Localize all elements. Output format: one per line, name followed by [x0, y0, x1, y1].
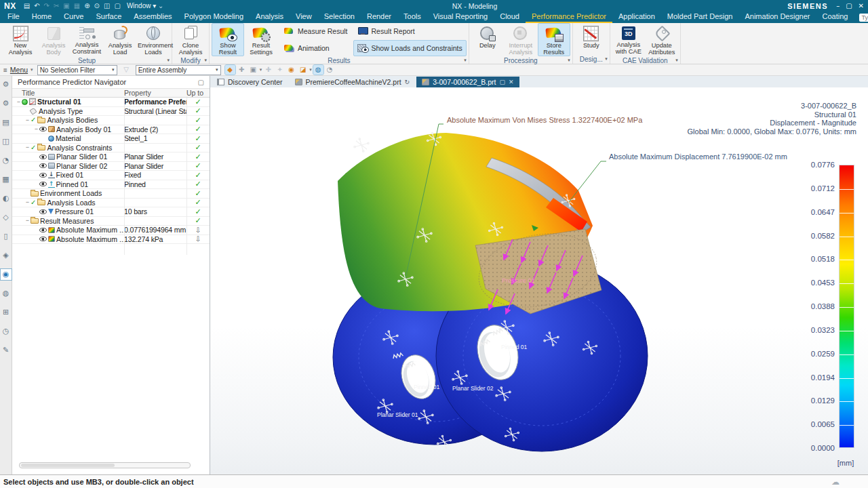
tab-cloud[interactable]: Cloud [494, 12, 526, 23]
group-dialog-launcher[interactable]: ▾ [568, 56, 570, 64]
filter-funnel-icon[interactable]: ▽ [121, 65, 132, 75]
share-icon[interactable]: ◫ [104, 2, 110, 9]
tree-expander[interactable]: − [24, 144, 31, 150]
window-switch-icon[interactable]: ▢ [114, 2, 120, 9]
search-box[interactable] [859, 14, 868, 22]
tab-selection[interactable]: Selection [318, 12, 361, 23]
environment-loads-button[interactable]: Environment Loads [137, 23, 170, 56]
palettes-icon[interactable]: ⊞ [1, 307, 12, 318]
tab-surface[interactable]: Surface [90, 12, 127, 23]
performance-predictor-navigator-icon[interactable]: ◉ [1, 269, 12, 280]
render-style-icon[interactable]: ◍ [313, 65, 323, 75]
constraint-navigator-icon[interactable]: ◫ [1, 136, 12, 147]
scope-combo[interactable]: Entire Assembly▾ [136, 65, 221, 75]
clone-analysis-button[interactable]: Clone Analysis [174, 23, 207, 56]
tab-molded-part-design[interactable]: Molded Part Design [661, 12, 739, 23]
tree-expander[interactable]: − [33, 126, 39, 132]
minimize-icon[interactable]: – [836, 2, 840, 9]
delay-button[interactable]: Delay [471, 23, 504, 56]
tab-curve[interactable]: Curve [58, 12, 90, 23]
show-result-button[interactable]: Show Result [212, 23, 244, 56]
effects-icon[interactable]: ◔ [325, 65, 335, 75]
tree-row-environment-loads[interactable]: Environment Loads✓ [12, 189, 210, 199]
system-clock-icon[interactable]: ◷ [1, 326, 12, 337]
process-studio-icon[interactable]: ◈ [1, 250, 12, 261]
tree-expander[interactable]: − [16, 99, 22, 105]
part-navigator-icon[interactable]: ◔ [1, 155, 12, 166]
reuse-library-icon[interactable]: ▦ [1, 174, 12, 185]
animation-button[interactable]: Animation [279, 40, 352, 57]
tree-row-fixed-01[interactable]: ↓Fixed 01Fixed✓ [12, 171, 210, 180]
tree-row-pressure-01[interactable]: Pressure 0110 bars✓ [12, 207, 210, 217]
close-tab-icon[interactable]: ✕ [509, 79, 514, 85]
group-dialog-launcher[interactable]: ▾ [464, 56, 467, 64]
tree-row-absolute-maximum[interactable]: Absolute Maximum ...0.07761994964 mm⇩ [12, 226, 210, 235]
reload-part-icon[interactable]: ↻ [405, 79, 410, 85]
search-input[interactable] [861, 14, 868, 21]
tab-analysis[interactable]: Analysis [250, 12, 290, 23]
store-results-button[interactable]: Store Results [538, 23, 570, 56]
float-window-icon[interactable]: ▢ [500, 79, 506, 85]
orient-view-icon[interactable]: ◉ [286, 65, 296, 75]
show-loads-and-constraints-button[interactable]: Show Loads and Constraints [353, 40, 467, 57]
undo-icon[interactable]: ↶ [34, 2, 39, 9]
tab-polygon-modeling[interactable]: Polygon Modeling [178, 12, 250, 23]
hd3d-tools-icon[interactable]: ◐ [1, 193, 12, 204]
tab-performance-predictor[interactable]: Performance Predictor [526, 12, 612, 23]
tree-expander[interactable]: − [24, 199, 31, 205]
touch-mode-icon[interactable]: ⊕ [84, 2, 90, 9]
tree-row-analysis-bodies[interactable]: −✓Analysis Bodies✓ [12, 116, 210, 125]
column-up-to-date[interactable]: Up to [186, 89, 210, 97]
history-icon[interactable]: ▯ [1, 231, 12, 242]
result-settings-button[interactable]: Result Settings [245, 23, 277, 56]
tree-row-planar-slider-02[interactable]: Planar Slider 02Planar Slider✓ [12, 162, 210, 171]
update-attributes-button[interactable]: Update Attributes [646, 23, 678, 56]
menu-button[interactable]: ≡ Menu ▾ [3, 66, 33, 74]
tree-row-absolute-maximum[interactable]: Absolute Maximum ...132.274 kPa⇩ [12, 235, 210, 245]
tree-expander[interactable]: − [24, 117, 31, 123]
tree-row-analysis-body-01[interactable]: −Analysis Body 01Extrude (2)✓ [12, 125, 210, 135]
group-dialog-launcher[interactable]: ▾ [675, 56, 678, 64]
tree-row-material[interactable]: MaterialSteel_1✓ [12, 134, 210, 144]
assembly-navigator-icon[interactable]: ▤ [1, 117, 12, 128]
tab-view[interactable]: View [290, 12, 318, 23]
column-property[interactable]: Property [124, 89, 186, 97]
panel-pin-icon[interactable]: ▢ [198, 79, 204, 86]
snap-point-icon[interactable]: ◆ [225, 65, 235, 75]
group-dialog-launcher[interactable]: ▾ [605, 54, 608, 63]
tab-assemblies[interactable]: Assemblies [127, 12, 178, 23]
tab-visual-reporting[interactable]: Visual Reporting [427, 12, 494, 23]
graphics-viewport[interactable]: Pinned 01 Pinned 01 Planar Slider 02 Pla… [210, 87, 868, 474]
group-dialog-launcher[interactable]: ▾ [167, 56, 170, 64]
tree-row-pinned-01[interactable]: ↑Pinned 01Pinned✓ [12, 180, 210, 190]
close-icon[interactable]: ✕ [859, 2, 864, 9]
study-button[interactable]: Study [575, 23, 608, 55]
analysis-with-cae-button[interactable]: Analysis with CAE [612, 23, 645, 56]
tab-file[interactable]: File [1, 12, 26, 23]
window-menu[interactable]: Window ▾ ⌄ [127, 2, 164, 9]
tree-row-analysis-constraints[interactable]: −✓Analysis Constraints✓ [12, 144, 210, 153]
tree-row-analysis-type[interactable]: Analysis TypeStructural (Linear Statics)… [12, 107, 210, 117]
deselect-icon[interactable]: ✚ [263, 65, 273, 75]
analysis-load-button[interactable]: Analysis Load [104, 23, 136, 56]
tab-application[interactable]: Application [612, 12, 661, 23]
navigator-hscrollbar[interactable] [19, 462, 191, 468]
tab-render[interactable]: Render [361, 12, 397, 23]
tab-tools[interactable]: Tools [397, 12, 427, 23]
selection-box-icon[interactable]: ▣ [248, 65, 258, 75]
tab-animation-designer[interactable]: Animation Designer [738, 12, 816, 23]
settings-gears-icon[interactable]: ⚙ [1, 98, 12, 109]
group-dialog-launcher[interactable]: ▾ [204, 56, 207, 64]
move-icon[interactable]: ✚ [237, 65, 247, 75]
model-canvas[interactable]: Pinned 01 Pinned 01 Planar Slider 02 Pla… [210, 87, 868, 474]
part-tab-premierecoffeemachinev2-prt[interactable]: PremiereCoffeeMachineV2.prt↻ [290, 77, 416, 87]
customize-icon[interactable]: ✎ [1, 345, 12, 356]
roles-gear-icon[interactable]: ⚙ [1, 79, 12, 90]
web-browser-icon[interactable]: ◇ [1, 212, 12, 223]
command-finder-icon[interactable]: ⊙ [94, 2, 100, 9]
save-icon[interactable]: ▤ [24, 2, 30, 9]
highlight-icon[interactable]: ✦ [275, 65, 285, 75]
new-analysis-button[interactable]: New Analysis [4, 23, 37, 56]
tab-coating[interactable]: Coating [816, 12, 854, 23]
tree-expander[interactable]: − [24, 218, 31, 224]
